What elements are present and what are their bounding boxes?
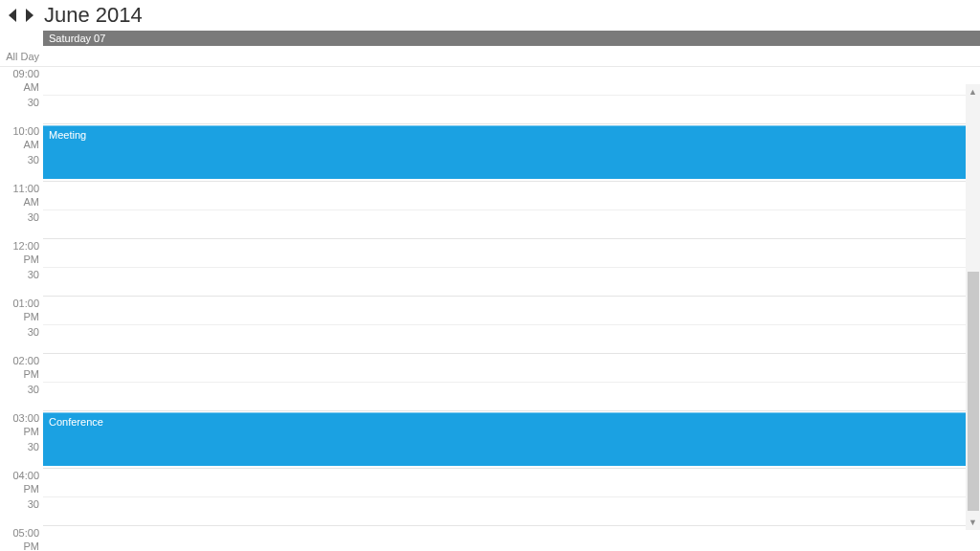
calendar: Saturday 07 All Day 09:00 AM3010:00 AM30… (0, 31, 980, 530)
time-label: 10:00 AM (0, 124, 43, 153)
day-header-row: Saturday 07 (0, 31, 980, 46)
time-slot[interactable] (43, 268, 966, 297)
time-label: 04:00 PM (0, 469, 43, 497)
month-title: June 2014 (44, 3, 143, 28)
time-label: 30 (0, 153, 43, 182)
time-slot[interactable] (43, 67, 966, 96)
day-header-scroll-gap (966, 31, 980, 46)
time-slot[interactable] (43, 297, 966, 325)
time-label: 30 (0, 440, 43, 469)
time-label: 30 (0, 268, 43, 297)
time-label: 30 (0, 497, 43, 526)
time-slot[interactable] (43, 239, 966, 268)
time-label: 09:00 AM (0, 67, 43, 96)
time-label: 05:00 PM (0, 526, 43, 551)
calendar-event[interactable]: Conference (43, 412, 966, 466)
time-label: 30 (0, 210, 43, 239)
time-label: 11:00 AM (0, 182, 43, 210)
time-label: 01:00 PM (0, 297, 43, 325)
time-label: 30 (0, 383, 43, 411)
time-slot[interactable] (43, 182, 966, 210)
time-slot[interactable] (43, 325, 966, 354)
calendar-event[interactable]: Meeting (43, 125, 966, 179)
calendar-header: June 2014 (0, 0, 980, 31)
time-slot[interactable] (43, 526, 966, 551)
chevron-left-icon (9, 9, 18, 22)
time-slot[interactable] (43, 383, 966, 411)
time-label: 30 (0, 96, 43, 124)
prev-button[interactable] (6, 6, 21, 25)
time-label: 30 (0, 325, 43, 354)
time-slot[interactable] (43, 354, 966, 383)
all-day-label: All Day (0, 46, 43, 67)
svg-marker-0 (9, 9, 16, 22)
time-grid[interactable]: MeetingConference (43, 67, 966, 551)
time-slot[interactable] (43, 497, 966, 526)
scroll-track[interactable] (966, 99, 980, 515)
time-gutter: 09:00 AM3010:00 AM3011:00 AM3012:00 PM30… (0, 67, 43, 551)
time-label: 12:00 PM (0, 239, 43, 268)
time-slot[interactable] (43, 210, 966, 239)
time-label: 02:00 PM (0, 354, 43, 383)
time-label: 03:00 PM (0, 411, 43, 440)
chevron-right-icon (24, 9, 33, 22)
time-grid-wrap: 09:00 AM3010:00 AM3011:00 AM3012:00 PM30… (0, 67, 980, 530)
time-slot[interactable] (43, 96, 966, 124)
scroll-down-button[interactable]: ▼ (966, 515, 980, 530)
all-day-row: All Day (0, 46, 980, 67)
next-button[interactable] (21, 6, 36, 25)
vertical-scrollbar[interactable]: ▲ ▼ (966, 84, 980, 530)
scroll-up-button[interactable]: ▲ (966, 84, 980, 99)
gutter-spacer (0, 31, 43, 46)
svg-marker-1 (26, 9, 33, 22)
day-header[interactable]: Saturday 07 (43, 31, 966, 46)
scroll-thumb[interactable] (968, 272, 979, 511)
time-slot[interactable] (43, 469, 966, 497)
